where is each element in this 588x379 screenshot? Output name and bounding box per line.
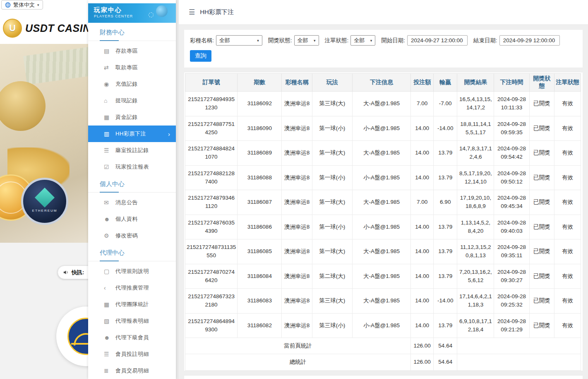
column-header: 投注額	[411, 74, 434, 92]
menu-icon[interactable]: ☰	[189, 8, 195, 17]
sidebar-item-lottery-bet[interactable]: ▥HH彩票下注›	[88, 126, 176, 142]
sidebar-item-label: HH彩票下注	[115, 130, 146, 138]
column-header: 開獎狀態	[529, 74, 554, 92]
caret-down-icon: ▾	[370, 39, 372, 43]
table-cell: 31186083	[238, 289, 282, 314]
table-row: 215217274887751425031186090澳洲幸运8第一球(小)小-…	[185, 116, 581, 141]
sidebar-item-funds-record[interactable]: ▦資金記錄	[88, 109, 176, 126]
table-row: 215217274882128740031186088澳洲幸运8第一球(小)小-…	[185, 165, 581, 190]
sidebar-item-agent-rules[interactable]: ▢代理規則說明	[88, 263, 176, 280]
lottery-bet-icon: ▥	[104, 130, 115, 137]
column-header: 玩法	[312, 74, 352, 92]
caret-down-icon: ▾	[314, 39, 316, 43]
table-cell: 澳洲幸运8	[282, 165, 312, 190]
table-cell: 澳洲幸运8	[282, 215, 312, 239]
agent-team-stats-icon: ▦	[104, 301, 115, 308]
withdraw-icon: ⇄	[104, 64, 115, 71]
table-cell: 6,9,10,8,17,12,18,4	[457, 313, 494, 338]
table-cell: 第一球(大)	[312, 239, 352, 264]
lottery-select[interactable]: 全部 ▾	[216, 35, 262, 46]
page-summary-winloss: 54.64	[434, 338, 457, 354]
sidebar-item-hall-bet-record[interactable]: ☰廳室投註記錄	[88, 142, 176, 159]
caret-down-icon: ▾	[257, 39, 259, 43]
sidebar-item-label: 存款專區	[115, 47, 138, 55]
hero-banner: ETHEREUM	[0, 44, 88, 243]
table-row: 215217274879346112031186087澳洲幸运8第一球(大)大-…	[185, 190, 581, 215]
announcement-icon: ✉	[104, 199, 115, 206]
page-summary-label: 當前頁統計	[185, 338, 411, 354]
orders-tbody: 215217274894935123031186092澳洲幸运8第三球(大)大-…	[185, 92, 581, 338]
table-cell: 31186088	[238, 165, 282, 190]
sidebar-item-label: 玩家投注報表	[115, 163, 149, 171]
news-ticker[interactable]: 快訊:	[58, 266, 88, 279]
table-cell: 2152172748702746420	[185, 264, 238, 289]
table-cell: 2152172748731135550	[185, 239, 238, 264]
caret-down-icon: ▾	[37, 3, 39, 7]
sidebar-item-label: 會員投註明細	[115, 350, 149, 358]
table-cell: 31186089	[238, 141, 282, 166]
column-header: 下注時間	[494, 74, 529, 92]
draw-status-select[interactable]: 全部 ▾	[294, 35, 319, 46]
order-status-select-value: 全部	[354, 37, 365, 44]
end-date-input[interactable]	[499, 35, 560, 46]
sidebar-item-recharge-record[interactable]: ◉充值記錄	[88, 76, 176, 92]
sidebar-item-member-transactions[interactable]: ≣會員交易明細	[88, 362, 176, 379]
page-summary-bet: 126.00	[411, 338, 434, 354]
language-selector[interactable]: 繁体中文 ▾	[1, 0, 43, 10]
search-button[interactable]: 查詢	[190, 50, 211, 62]
sidebar-item-label: 資金記錄	[115, 113, 138, 121]
sidebar-item-withdraw[interactable]: ⇄取款專區	[88, 59, 176, 76]
logo-bar: U USDT CASINO	[0, 12, 88, 44]
table-cell: 31186084	[238, 264, 282, 289]
start-date-input[interactable]	[407, 35, 468, 46]
password-icon: ⚙	[104, 232, 115, 239]
sidebar-item-deposit[interactable]: ▤存款專區	[88, 43, 176, 59]
table-cell: 有效	[554, 289, 581, 314]
table-cell: -7.00	[434, 92, 457, 116]
sidebar-item-agent-team-stats[interactable]: ▦代理團隊統計	[88, 296, 176, 313]
table-cell: 14.00	[411, 313, 434, 338]
table-cell: 2024-09-28 10:11:33	[494, 92, 529, 116]
table-cell: 31186085	[238, 239, 282, 264]
table-cell: 澳洲幸运8	[282, 92, 312, 116]
table-cell: 已開獎	[529, 190, 554, 215]
sidebar-item-profile[interactable]: ☻個人資料	[88, 211, 176, 227]
table-cell: 2024-09-28 09:40:03	[494, 215, 529, 239]
table-cell: 第三球(大)	[312, 92, 352, 116]
sidebar-item-label: 代理報表明細	[115, 317, 149, 325]
table-cell: 2024-09-28 09:45:34	[494, 190, 529, 215]
sidebar-item-label: 提現記錄	[115, 97, 138, 104]
sidebar-item-password[interactable]: ⚙修改密碼	[88, 227, 176, 244]
agent-report-icon: ▧	[104, 318, 115, 324]
table-cell: 8,5,17,19,20,12,14,10	[457, 165, 494, 190]
sidebar-item-announcement[interactable]: ✉消息公告	[88, 194, 176, 211]
column-header: 輸贏	[434, 74, 457, 92]
sidebar-item-agent-promo[interactable]: ‹代理推廣管理	[88, 280, 176, 296]
table-cell: 第三球(大)	[312, 289, 352, 314]
table-header-row: 訂單號期數彩種名稱玩法下注信息投注額輸贏開獎結果下注時間開獎狀態注單狀態	[185, 74, 581, 92]
sidebar-item-label: 代理規則說明	[115, 268, 149, 275]
table-cell: 有效	[554, 190, 581, 215]
table-cell: 11,12,3,15,20,8,1,13	[457, 239, 494, 264]
sidebar-item-agent-report[interactable]: ▧代理報表明細	[88, 313, 176, 329]
order-status-select[interactable]: 全部 ▾	[350, 35, 375, 46]
table-cell: 大-A盤@1.985	[352, 239, 410, 264]
total-summary-empty	[457, 354, 581, 370]
table-row: 215217274894935123031186092澳洲幸运8第三球(大)大-…	[185, 92, 581, 116]
sidebar-item-label: 取款專區	[115, 64, 138, 71]
table-cell: 13.79	[434, 215, 457, 239]
sidebar-item-player-report[interactable]: ☑玩家投注報表	[88, 159, 176, 175]
sidebar-item-cashout-record[interactable]: ⌂提現記錄	[88, 92, 176, 109]
table-row: 215217274867323218031186083澳洲幸运8第三球(大)大-…	[185, 289, 581, 314]
table-cell: 澳洲幸运8	[282, 116, 312, 141]
page-summary-row: 當前頁統計 126.00 54.64	[185, 338, 581, 354]
end-date-label: 結束日期:	[473, 37, 497, 44]
table-cell: -14.00	[434, 289, 457, 314]
table-cell: 31186087	[238, 190, 282, 215]
table-cell: 13.79	[434, 264, 457, 289]
sidebar-item-agent-members[interactable]: ☻代理下級會員	[88, 329, 176, 346]
table-cell: 大-A盤@1.985	[352, 264, 410, 289]
sidebar-item-member-bets[interactable]: ☰會員投註明細	[88, 346, 176, 362]
total-summary-row: 總統計 126.00 54.64	[185, 354, 581, 370]
column-header: 彩種名稱	[282, 74, 312, 92]
